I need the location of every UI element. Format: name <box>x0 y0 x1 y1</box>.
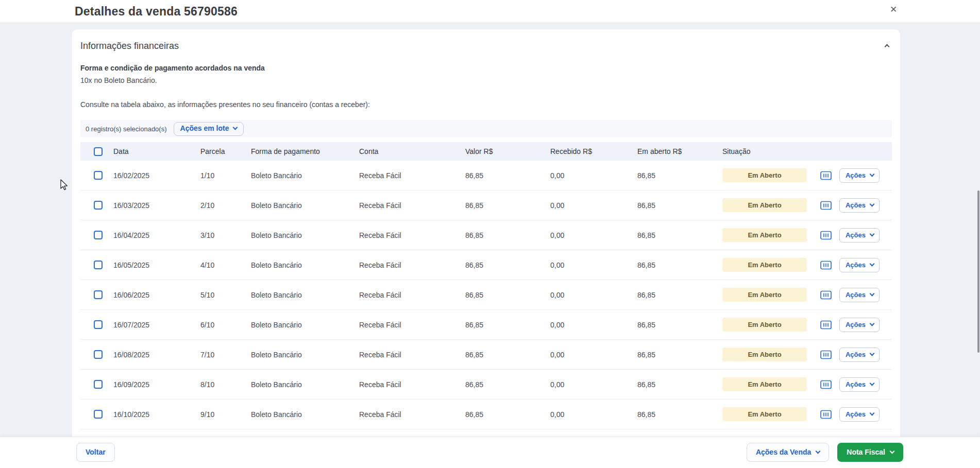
chevron-down-icon <box>870 232 875 237</box>
cell-open-amount: 86,85 <box>637 250 722 280</box>
cell-date: 16/08/2025 <box>113 340 200 370</box>
boleto-barcode-icon[interactable] <box>820 320 832 330</box>
row-checkbox[interactable] <box>94 350 103 359</box>
modal-header: Detalhes da venda 56790586 ✕ <box>0 0 980 23</box>
column-header-data: Data <box>113 142 200 161</box>
cell-installment: 5/10 <box>200 280 251 310</box>
bulk-actions-button[interactable]: Ações em lote <box>174 122 244 136</box>
row-actions-label: Ações <box>846 171 866 179</box>
cell-open-amount: 86,85 <box>637 190 722 220</box>
cell-received: 0,00 <box>550 161 637 190</box>
cell-installment: 2/10 <box>200 190 251 220</box>
row-actions-button[interactable]: Ações <box>839 348 880 362</box>
financial-info-panel: Informações financeiras Forma e condição… <box>72 29 900 468</box>
boleto-barcode-icon[interactable] <box>820 201 832 210</box>
status-badge: Em Aberto <box>722 407 807 421</box>
row-actions-button[interactable]: Ações <box>839 198 880 213</box>
cell-value: 86,85 <box>465 220 550 250</box>
chevron-down-icon <box>816 449 821 454</box>
boleto-barcode-glyph <box>820 261 832 270</box>
cell-received: 0,00 <box>550 280 637 310</box>
row-checkbox[interactable] <box>94 201 103 210</box>
row-checkbox[interactable] <box>94 410 103 419</box>
invoice-button[interactable]: Nota Fiscal <box>837 443 903 462</box>
cell-value: 86,85 <box>465 310 550 340</box>
row-checkbox[interactable] <box>94 290 103 299</box>
table-body: 16/02/2025 1/10 Boleto Bancário Receba F… <box>80 161 892 459</box>
table-toolbar: 0 registro(s) selecionado(s) Ações em lo… <box>80 120 892 137</box>
table-row: 16/06/2025 5/10 Boleto Bancário Receba F… <box>80 280 892 310</box>
boleto-barcode-icon[interactable] <box>820 410 832 419</box>
cell-payment-method: Boleto Bancário <box>251 280 359 310</box>
row-actions-button[interactable]: Ações <box>839 377 880 392</box>
close-icon[interactable]: ✕ <box>887 3 900 16</box>
chevron-down-icon <box>870 321 875 326</box>
cell-date: 16/09/2025 <box>113 370 200 400</box>
boleto-barcode-icon[interactable] <box>820 380 832 389</box>
table-row: 16/07/2025 6/10 Boleto Bancário Receba F… <box>80 310 892 340</box>
cell-value: 86,85 <box>465 370 550 400</box>
row-checkbox[interactable] <box>94 261 103 269</box>
chevron-down-icon <box>870 411 875 416</box>
cell-date: 16/02/2025 <box>113 161 200 190</box>
mouse-cursor-icon <box>58 179 69 193</box>
cell-installment: 9/10 <box>200 400 251 429</box>
cell-account: Receba Fácil <box>359 250 465 280</box>
cell-date: 16/04/2025 <box>113 220 200 250</box>
cell-date: 16/06/2025 <box>113 280 200 310</box>
cell-payment-method: Boleto Bancário <box>251 340 359 370</box>
collapse-section-button[interactable] <box>882 39 892 53</box>
cell-account: Receba Fácil <box>359 340 465 370</box>
boleto-barcode-icon[interactable] <box>820 350 832 359</box>
page-title: Detalhes da venda 56790586 <box>75 5 238 19</box>
row-actions-button[interactable]: Ações <box>839 288 880 302</box>
row-checkbox[interactable] <box>94 320 103 329</box>
row-actions-label: Ações <box>846 351 866 358</box>
row-actions-label: Ações <box>846 291 866 299</box>
row-actions-button[interactable]: Ações <box>839 407 880 422</box>
boleto-barcode-icon[interactable] <box>820 231 832 240</box>
table-row: 16/04/2025 3/10 Boleto Bancário Receba F… <box>80 220 892 250</box>
cell-account: Receba Fácil <box>359 310 465 340</box>
cell-value: 86,85 <box>465 161 550 190</box>
cell-received: 0,00 <box>550 310 637 340</box>
boleto-barcode-glyph <box>820 380 832 389</box>
chevron-down-icon <box>870 202 875 207</box>
cell-payment-method: Boleto Bancário <box>251 310 359 340</box>
row-actions-label: Ações <box>846 231 866 239</box>
boleto-barcode-icon[interactable] <box>820 290 832 300</box>
column-header-situacao: Situação <box>722 142 810 161</box>
sale-actions-button[interactable]: Ações da Venda <box>747 443 829 462</box>
status-badge: Em Aberto <box>722 377 807 391</box>
boleto-barcode-glyph <box>820 231 832 240</box>
cell-date: 16/07/2025 <box>113 310 200 340</box>
invoice-button-label: Nota Fiscal <box>847 448 885 456</box>
boleto-barcode-icon[interactable] <box>820 171 832 180</box>
row-checkbox[interactable] <box>94 231 103 239</box>
cell-open-amount: 86,85 <box>637 280 722 310</box>
boleto-barcode-glyph <box>820 290 832 300</box>
row-actions-button[interactable]: Ações <box>839 318 880 332</box>
row-actions-button[interactable]: Ações <box>839 258 880 272</box>
select-all-checkbox[interactable] <box>94 147 103 156</box>
cell-open-amount: 86,85 <box>637 370 722 400</box>
status-badge: Em Aberto <box>722 168 807 182</box>
row-actions-label: Ações <box>846 261 866 269</box>
back-button-label: Voltar <box>86 448 106 456</box>
row-actions-button[interactable]: Ações <box>839 168 880 183</box>
boleto-barcode-icon[interactable] <box>820 261 832 270</box>
status-badge: Em Aberto <box>722 288 807 302</box>
row-checkbox[interactable] <box>94 171 103 180</box>
selected-count: 0 registro(s) selecionado(s) <box>86 125 167 133</box>
chevron-down-icon <box>233 125 238 130</box>
installments-table: Data Parcela Forma de pagamento Conta Va… <box>80 142 892 459</box>
cell-value: 86,85 <box>465 190 550 220</box>
row-actions-button[interactable]: Ações <box>839 228 880 242</box>
status-badge: Em Aberto <box>722 198 807 212</box>
cell-installment: 7/10 <box>200 340 251 370</box>
cell-open-amount: 86,85 <box>637 220 722 250</box>
row-checkbox[interactable] <box>94 380 103 389</box>
vertical-scrollbar-thumb[interactable] <box>977 190 979 353</box>
back-button[interactable]: Voltar <box>76 443 115 462</box>
chevron-down-icon <box>890 449 895 454</box>
